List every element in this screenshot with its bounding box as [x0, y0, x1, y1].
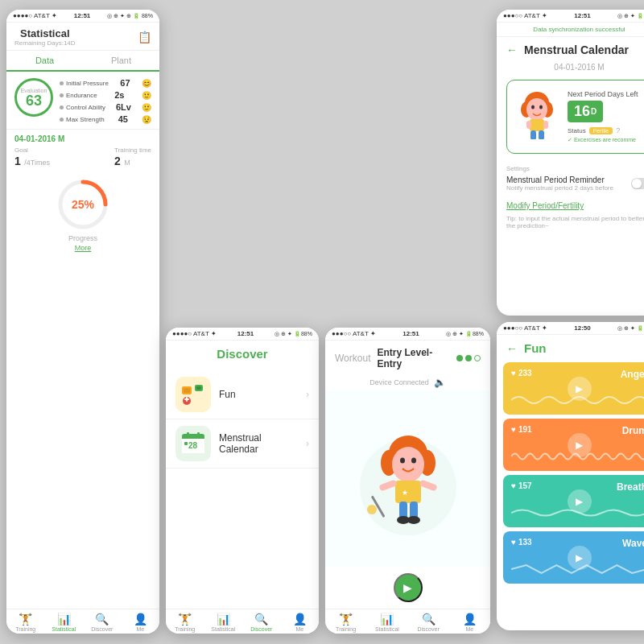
time-5: 12:50 [574, 324, 590, 332]
metric-row-3: Max Strength 45 😟 [60, 114, 151, 124]
training-section: Training time 2 M [114, 147, 151, 168]
svg-text:28: 28 [188, 441, 198, 450]
period-char-svg [515, 87, 559, 139]
nav-discover-1[interactable]: 🔍 Discover [83, 613, 122, 632]
discover-icon-2: 🔍 [254, 613, 268, 625]
modify-link[interactable]: Modify Period/Fertility [497, 196, 644, 215]
fun-back-icon[interactable]: ← [506, 342, 518, 355]
discover-item-menstrual[interactable]: 28 Menstrual Calendar › [166, 419, 319, 469]
discover-icon-3: 🔍 [422, 613, 436, 625]
device-bar: Device Connected 🔈 [325, 374, 490, 390]
metric-dot-3 [60, 118, 64, 122]
nav-me-1[interactable]: 👤 Me [122, 613, 160, 632]
menstrual-chevron-icon: › [306, 438, 309, 449]
tab-data[interactable]: Data [6, 51, 83, 72]
wave-count: 133 [518, 538, 532, 547]
period-days-label: Next Period Days Left [568, 90, 643, 98]
nav-statistical-3[interactable]: 📊 Statistical [366, 613, 407, 632]
workout-dots [456, 355, 481, 361]
metric-dot-2 [60, 105, 64, 109]
stat-date: 04-01-2016 M [6, 130, 159, 147]
svg-point-36 [526, 98, 547, 121]
toggle-reminder[interactable] [631, 178, 644, 189]
training-icon-3: 🏋 [339, 613, 353, 625]
menstrual-screen: ●●●○○ AT&T ✦ 12:51 ◎ ⊕ ✦ 🔋88% Data synch… [497, 10, 644, 316]
eval-metrics: Initial Pressure 67 😊 Endurance 2s 🙂 [60, 78, 151, 124]
discover-item-fun[interactable]: Fun › [166, 370, 319, 419]
nav-training-2[interactable]: 🏋 Training [166, 613, 204, 632]
svg-rect-23 [395, 481, 421, 503]
status-bar-3: ●●●○○ AT&T ✦ 12:51 ◎ ⊕ ✦ 🔋88% [325, 328, 490, 341]
bottom-nav-3: 🏋 Training 📊 Statistical 🔍 Discover 👤 Me [325, 609, 490, 634]
breath-count: 157 [518, 481, 532, 490]
metric-dot-0 [60, 81, 64, 85]
nav-label-statistical-3: Statistical [375, 626, 399, 632]
nav-discover-2[interactable]: 🔍 Discover [242, 613, 281, 632]
dot-2 [465, 355, 472, 361]
metric-row-0: Initial Pressure 67 😊 [60, 78, 151, 88]
nav-label-training-1: Training [15, 626, 35, 632]
fun-list: ♥ 233 Angel ▶ ♥ 191 [497, 358, 644, 630]
nav-statistical-2[interactable]: 📊 Statistical [204, 613, 243, 632]
progress-text: 25% [72, 198, 94, 211]
status-icons-3: ◎ ⊕ ✦ 🔋88% [446, 331, 484, 337]
discover-icon-1: 🔍 [95, 613, 109, 625]
period-info: Next Period Days Left 16D Status Fertile… [568, 90, 643, 143]
status-bar-5: ●●●○○ AT&T ✦ 12:50 ◎ ⊕ ✦ 🔋88% [497, 322, 644, 335]
more-link[interactable]: More [75, 244, 92, 252]
drum-track-name: Drum [622, 425, 644, 436]
svg-rect-14 [184, 442, 188, 445]
status-label: Status [568, 127, 586, 134]
angel-track-name: Angel [621, 369, 644, 380]
discover-item-fun-label: Fun [219, 389, 298, 400]
stat-goal: Goal 1 /4Times Training time 2 M [6, 147, 159, 173]
fun-item-breath[interactable]: ♥ 157 Breath ▶ [503, 475, 644, 527]
breath-track-name: Breath [617, 481, 644, 493]
settings-row: Menstrual Period Reminder Notify menstru… [506, 175, 644, 192]
nav-statistical-1[interactable]: 📊 Statistical [45, 613, 84, 632]
character-svg: ★ [352, 415, 464, 543]
svg-point-21 [400, 457, 405, 463]
heart-icon-drum: ♥ [511, 425, 516, 434]
time-4: 12:51 [574, 12, 590, 19]
play-button[interactable]: ▶ [394, 573, 423, 602]
nav-training-1[interactable]: 🏋 Training [6, 613, 45, 632]
heart-icon-breath: ♥ [511, 481, 516, 490]
tab-plant[interactable]: Plant [83, 51, 159, 70]
metric-row-1: Endurance 2s 🙂 [60, 90, 151, 100]
time-2: 12:51 [237, 330, 254, 337]
nav-me-3[interactable]: 👤 Me [449, 613, 490, 632]
calendar-icon[interactable]: 📋 [138, 31, 151, 43]
statistical-screen: ●●●●○ AT&T ✦ 12:51 ◎ ⊕ ✦ ⊕ 🔋 88% Statist… [6, 10, 159, 634]
fun-item-drum[interactable]: ♥ 191 Drum ▶ [503, 419, 644, 471]
settings-label: Settings [506, 165, 644, 172]
wave-wave [511, 561, 644, 577]
back-arrow-icon[interactable]: ← [506, 43, 518, 56]
metric-dot-1 [60, 93, 64, 97]
excercise-tip: ✓ Excercises are recomme [568, 137, 643, 143]
svg-point-20 [392, 447, 424, 482]
goal-label: Goal [14, 147, 50, 154]
nav-label-discover-1: Discover [91, 626, 113, 632]
menstrual-title: Menstrual Calendar [524, 43, 629, 56]
reminder-label: Menstrual Period Reminder [506, 175, 613, 184]
nav-me-2[interactable]: 👤 Me [281, 613, 320, 632]
stat-subtitle: Remaining Days:14D [14, 39, 76, 47]
nav-discover-3[interactable]: 🔍 Discover [408, 613, 449, 632]
training-icon-1: 🏋 [19, 613, 32, 625]
nav-training-3[interactable]: 🏋 Training [325, 613, 366, 632]
fun-item-wave[interactable]: ♥ 133 Wave ▶ [503, 531, 644, 584]
period-days-val: 16D [568, 101, 603, 122]
wave-likes: ♥ 133 [511, 538, 532, 547]
metric-row-2: Control Ability 6Lv 🙂 [60, 102, 151, 112]
carrier-4: ●●●○○ AT&T ✦ [503, 12, 547, 19]
fun-item-angel[interactable]: ♥ 233 Angel ▶ [503, 362, 644, 415]
eval-score: 63 [26, 93, 42, 108]
svg-rect-5 [196, 386, 201, 390]
svg-rect-12 [187, 432, 189, 437]
time-1: 12:51 [74, 12, 90, 19]
info-icon: ? [616, 126, 620, 134]
angel-count: 233 [518, 369, 532, 378]
statistical-icon-3: 📊 [380, 613, 394, 625]
training-label: Training time [114, 147, 151, 154]
